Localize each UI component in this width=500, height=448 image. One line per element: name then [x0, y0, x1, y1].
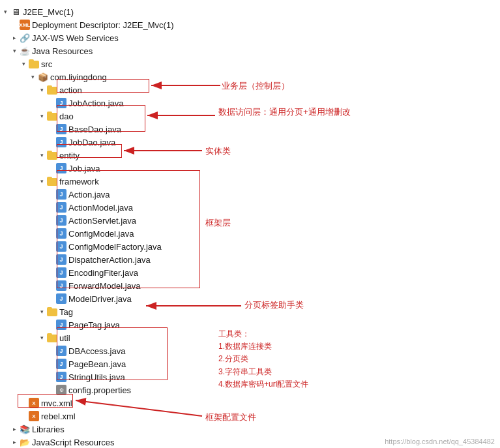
configmodelfactory-item[interactable]: J ConfigModelFactory.java: [0, 240, 500, 253]
libraries-label: Libraries: [32, 425, 65, 434]
jax-label: JAX-WS Web Services: [32, 33, 119, 43]
action-java-label: Action.java: [68, 190, 110, 200]
tag-folder[interactable]: Tag: [0, 305, 500, 318]
encodingfiter-icon: J: [56, 267, 66, 278]
pkg-label: com.liyingdong: [50, 72, 107, 82]
actionservlet-arrow: [47, 217, 55, 224]
jobdao-label: JobDao.java: [68, 138, 115, 147]
pagebean-label: PageBean.java: [68, 359, 126, 369]
src-item[interactable]: src: [0, 57, 500, 70]
dep-arrow: [10, 21, 18, 29]
tag-folder-icon: [47, 307, 57, 316]
configmodel-arrow: [47, 230, 55, 237]
stringutils-item[interactable]: J StringUtils.java: [0, 370, 500, 383]
deployment-item[interactable]: XML Deployment Descriptor: J2EE_Mvc(1): [0, 18, 500, 31]
job-label: Job.java: [68, 164, 100, 173]
pagetag-item[interactable]: J PageTag.java: [0, 318, 500, 331]
jobdao-icon: J: [56, 137, 66, 147]
dao-folder-icon: [47, 112, 57, 121]
util-folder[interactable]: util: [0, 331, 500, 344]
mvc-xml-item[interactable]: X mvc.xml: [0, 396, 500, 410]
pagebean-item[interactable]: J PageBean.java: [0, 357, 500, 370]
root-label: J2EE_Mvc(1): [23, 7, 74, 17]
tag-label: Tag: [59, 307, 73, 317]
job-arrow: [47, 164, 55, 172]
js-res-arrow: [10, 438, 18, 446]
modeldriver-arrow: [47, 295, 55, 303]
pkg-icon: 📦: [38, 72, 48, 82]
modeldriver-label: ModelDriver.java: [68, 294, 132, 304]
modeldriver-item[interactable]: J ModelDriver.java: [0, 292, 500, 305]
java-res-item[interactable]: ☕ Java Resources: [0, 44, 500, 57]
jax-item[interactable]: 🔗 JAX-WS Web Services: [0, 31, 500, 44]
basedao-arrow: [47, 125, 55, 133]
action-java-item[interactable]: J Action.java: [0, 188, 500, 201]
configmodelfactory-label: ConfigModelFactory.java: [68, 242, 162, 252]
action-java-icon: J: [56, 189, 66, 200]
tag-arrow: [38, 308, 46, 316]
actionmodel-icon: J: [56, 202, 66, 213]
encodingfiter-label: EncodingFiter.java: [68, 268, 138, 278]
basedao-item[interactable]: J BaseDao.java: [0, 123, 500, 136]
config-prop-arrow: [47, 386, 55, 394]
src-label: src: [41, 59, 52, 69]
mvc-xml-arrow: [20, 399, 27, 407]
action-folder-icon: [47, 85, 57, 95]
dispatcheraction-item[interactable]: J DispatcherAction.java: [0, 253, 500, 266]
basedao-icon: J: [56, 124, 66, 134]
actionservlet-label: ActionServlet.java: [68, 216, 136, 226]
src-arrow: [20, 60, 27, 68]
forwardmodel-item[interactable]: J ForwardModel.java: [0, 279, 500, 292]
configmodel-icon: J: [56, 228, 66, 239]
configmodel-item[interactable]: J ConfigModel.java: [0, 227, 500, 240]
configmodel-label: ConfigModel.java: [68, 229, 134, 239]
encodingfiter-item[interactable]: J EncodingFiter.java: [0, 266, 500, 279]
actionmodel-arrow: [47, 203, 55, 211]
config-prop-item[interactable]: ⚙ config.properties: [0, 383, 500, 396]
job-item[interactable]: J Job.java: [0, 162, 500, 175]
entity-folder[interactable]: entity: [0, 149, 500, 162]
framework-arrow: [38, 177, 46, 185]
jax-arrow: [10, 34, 18, 42]
framework-folder[interactable]: framework: [0, 175, 500, 188]
dbaccess-arrow: [47, 347, 55, 355]
src-icon: [29, 59, 39, 68]
jobaction-arrow: [47, 99, 55, 107]
forwardmodel-label: ForwardModel.java: [68, 281, 141, 291]
js-res-label: JavaScript Resources: [32, 438, 114, 447]
rebel-xml-icon: X: [29, 411, 39, 421]
forwardmodel-icon: J: [56, 280, 66, 291]
libraries-item[interactable]: 📚 Libraries: [0, 423, 500, 436]
dao-folder[interactable]: dao: [0, 110, 500, 123]
package-item[interactable]: 📦 com.liyingdong: [0, 70, 500, 83]
actionservlet-item[interactable]: J ActionServlet.java: [0, 214, 500, 227]
java-res-arrow: [10, 47, 18, 55]
util-arrow: [38, 334, 46, 342]
dbaccess-item[interactable]: J DBAccess.java: [0, 344, 500, 357]
actionservlet-icon: J: [56, 215, 66, 226]
util-folder-icon: [47, 333, 57, 342]
mvc-xml-icon: X: [29, 398, 39, 408]
jobaction-item[interactable]: J JobAction.java: [0, 97, 500, 110]
dispatcheraction-arrow: [47, 256, 55, 263]
dispatcheraction-icon: J: [56, 254, 66, 265]
rebel-xml-item[interactable]: X rebel.xml: [0, 410, 500, 423]
js-res-item[interactable]: 📂 JavaScript Resources: [0, 436, 500, 448]
actionmodel-label: ActionModel.java: [68, 203, 133, 213]
action-java-arrow: [47, 190, 55, 198]
dbaccess-label: DBAccess.java: [68, 346, 125, 356]
actionmodel-item[interactable]: J ActionModel.java: [0, 201, 500, 214]
pkg-arrow: [29, 73, 37, 81]
encodingfiter-arrow: [47, 269, 55, 276]
jobdao-item[interactable]: J JobDao.java: [0, 136, 500, 149]
configmodelfactory-arrow: [47, 243, 55, 250]
tree-root[interactable]: 🖥 J2EE_Mvc(1): [0, 5, 500, 18]
config-prop-label: config.properties: [68, 385, 131, 395]
dep-icon: XML: [20, 20, 30, 30]
pagetag-icon: J: [56, 320, 66, 330]
basedao-label: BaseDao.java: [68, 125, 121, 134]
dep-label: Deployment Descriptor: J2EE_Mvc(1): [32, 20, 173, 30]
java-res-icon: ☕: [20, 46, 30, 56]
dao-arrow: [38, 112, 46, 120]
action-folder[interactable]: action: [0, 83, 500, 97]
